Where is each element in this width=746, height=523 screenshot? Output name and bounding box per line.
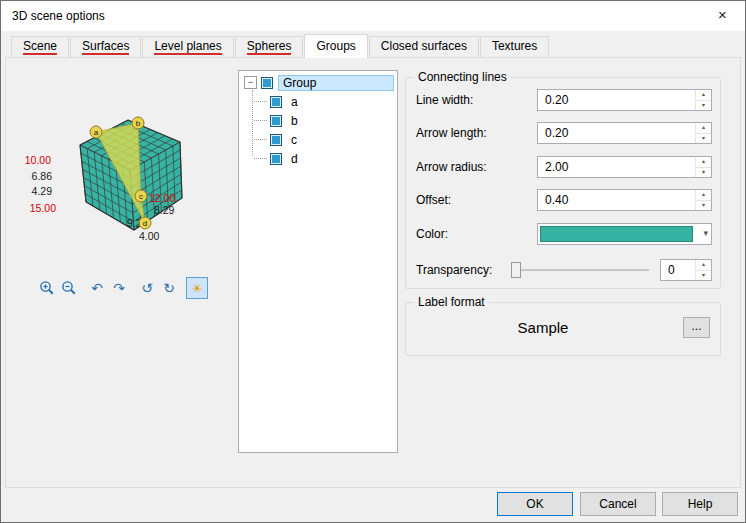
cancel-button[interactable]: Cancel — [580, 492, 656, 516]
field-label: Arrow length: — [416, 126, 487, 140]
spin-down-icon[interactable]: ▾ — [696, 271, 711, 281]
spin-up-icon[interactable]: ▴ — [696, 157, 711, 168]
collapse-icon[interactable]: − — [244, 76, 257, 89]
point-badge-c: c — [135, 190, 147, 202]
tree-item-d[interactable]: d — [239, 149, 397, 168]
dialog-3d-scene-options: 3D scene options × Scene Surfaces Level … — [0, 0, 746, 523]
help-button[interactable]: Help — [662, 492, 738, 516]
point-badge-a: a — [90, 126, 102, 138]
transparency-input[interactable]: 0 ▴ ▾ — [660, 259, 712, 281]
color-swatch — [540, 226, 693, 242]
rotate-left-icon[interactable]: ↶ — [86, 277, 108, 299]
field-label: Line width: — [416, 93, 473, 107]
tab-page-groups: 10.00 6.86 4.29 15.00 12.00 8.29 9.29 4.… — [5, 57, 741, 488]
axis-label-15: 15.00 — [30, 202, 56, 214]
line-width-input[interactable]: 0.20 ▴ ▾ — [537, 89, 712, 111]
offset-row: Offset: 0.40 ▴ ▾ — [416, 189, 712, 211]
label-format-browse-button[interactable]: ... — [683, 317, 710, 338]
tree-item-label: b — [287, 113, 302, 129]
tree-item-b[interactable]: b — [239, 111, 397, 130]
tab-scene[interactable]: Scene — [11, 36, 69, 57]
axis-label-829: 8.29 — [154, 204, 175, 216]
spin-down-icon[interactable]: ▾ — [696, 134, 711, 144]
tree-item-label: Group — [278, 75, 394, 91]
axis-label-10: 10.00 — [25, 154, 51, 166]
title-bar: 3D scene options × — [1, 1, 745, 31]
group-tree[interactable]: − Group a b c d — [238, 70, 398, 453]
label-format-groupbox: Label format Sample ... — [405, 302, 721, 356]
checkbox-b[interactable] — [270, 115, 282, 127]
tab-spheres[interactable]: Spheres — [235, 36, 304, 57]
rotate-ccw-icon[interactable]: ↺ — [136, 277, 158, 299]
groupbox-legend: Connecting lines — [414, 70, 511, 84]
spin-up-icon[interactable]: ▴ — [696, 90, 711, 101]
rotate-cw-icon[interactable]: ↻ — [158, 277, 180, 299]
offset-input[interactable]: 0.40 ▴ ▾ — [537, 189, 712, 211]
axis-label-12: 12.00 — [149, 192, 175, 204]
spin-down-icon[interactable]: ▾ — [696, 168, 711, 178]
tree-item-label: c — [287, 132, 301, 148]
tree-item-group[interactable]: − Group — [239, 73, 397, 92]
tree-item-a[interactable]: a — [239, 92, 397, 111]
field-label: Offset: — [416, 193, 451, 207]
tab-groups[interactable]: Groups — [304, 34, 367, 58]
color-row: Color: ▾ — [416, 223, 712, 245]
svg-text:d: d — [143, 219, 147, 228]
line-width-row: Line width: 0.20 ▴ ▾ — [416, 89, 712, 111]
checkbox-c[interactable] — [270, 134, 282, 146]
axis-label-400: 4.00 — [139, 230, 160, 242]
arrow-radius-input[interactable]: 2.00 ▴ ▾ — [537, 156, 712, 178]
groupbox-legend: Label format — [414, 295, 489, 309]
scene-preview[interactable]: 10.00 6.86 4.29 15.00 12.00 8.29 9.29 4.… — [10, 90, 225, 260]
field-label: Arrow radius: — [416, 160, 487, 174]
preview-3d-plot: 10.00 6.86 4.29 15.00 12.00 8.29 9.29 4.… — [10, 90, 225, 260]
checkbox-group[interactable] — [261, 77, 273, 89]
point-badge-d: d — [139, 217, 151, 229]
transparency-row: Transparency: 0 ▴ ▾ — [416, 259, 712, 281]
tab-bar: Scene Surfaces Level planes Spheres Grou… — [5, 34, 741, 57]
spin-up-icon[interactable]: ▴ — [696, 260, 711, 271]
field-label: Transparency: — [416, 263, 492, 277]
slider-track — [511, 269, 649, 271]
checkbox-d[interactable] — [270, 153, 282, 165]
spin-down-icon[interactable]: ▾ — [696, 201, 711, 211]
arrow-length-input[interactable]: 0.20 ▴ ▾ — [537, 122, 712, 144]
transparency-slider[interactable] — [511, 262, 649, 278]
preview-toolbar: ↶ ↷ ↺ ↻ ☀ — [36, 277, 208, 299]
svg-text:b: b — [136, 119, 141, 128]
close-icon[interactable]: × — [700, 1, 745, 31]
spin-up-icon[interactable]: ▴ — [696, 190, 711, 201]
tab-surfaces[interactable]: Surfaces — [70, 36, 141, 57]
rotate-right-icon[interactable]: ↷ — [108, 277, 130, 299]
tab-level-planes[interactable]: Level planes — [142, 36, 233, 57]
label-format-sample: Sample — [406, 319, 680, 336]
field-label: Color: — [416, 227, 448, 241]
axis-label-686: 6.86 — [32, 170, 53, 182]
tab-textures[interactable]: Textures — [480, 36, 549, 57]
connecting-lines-groupbox: Connecting lines Line width: 0.20 ▴ ▾ Ar… — [405, 77, 721, 289]
tree-item-c[interactable]: c — [239, 130, 397, 149]
light-icon[interactable]: ☀ — [186, 277, 208, 299]
point-badge-b: b — [132, 117, 144, 129]
svg-text:c: c — [139, 192, 143, 201]
spin-down-icon[interactable]: ▾ — [696, 101, 711, 111]
zoom-in-icon[interactable] — [36, 277, 58, 299]
ok-button[interactable]: OK — [497, 492, 573, 516]
tab-closed-surfaces[interactable]: Closed surfaces — [369, 36, 479, 57]
window-title: 3D scene options — [12, 9, 105, 23]
spin-up-icon[interactable]: ▴ — [696, 123, 711, 134]
color-dropdown[interactable]: ▾ — [537, 223, 712, 245]
axis-label-429: 4.29 — [32, 185, 53, 197]
arrow-length-row: Arrow length: 0.20 ▴ ▾ — [416, 122, 712, 144]
svg-text:a: a — [94, 128, 99, 137]
slider-thumb[interactable] — [511, 262, 521, 278]
chevron-down-icon[interactable]: ▾ — [703, 228, 708, 238]
tree-item-label: d — [287, 151, 302, 167]
zoom-out-icon[interactable] — [58, 277, 80, 299]
checkbox-a[interactable] — [270, 96, 282, 108]
arrow-radius-row: Arrow radius: 2.00 ▴ ▾ — [416, 156, 712, 178]
tree-item-label: a — [287, 94, 302, 110]
